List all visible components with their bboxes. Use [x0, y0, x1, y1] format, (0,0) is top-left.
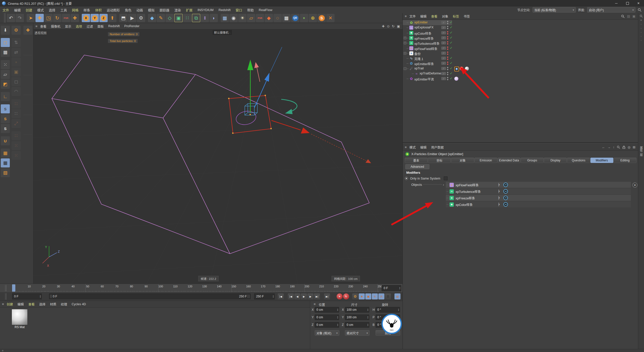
hierarchy-icon[interactable]: ╞	[498, 183, 503, 187]
coord-input-1-0[interactable]: 100 cm▴▾	[345, 307, 369, 313]
hierarchy-icon[interactable]: ╞	[498, 196, 503, 200]
hierarchy-icon[interactable]: ╞	[498, 190, 503, 193]
material-menu-item-1[interactable]: 编辑	[15, 301, 26, 307]
render-visibility-dot[interactable]	[447, 49, 448, 50]
scale-key-toggle[interactable]: ▣	[365, 293, 371, 299]
object-row-xpColor样条[interactable]: ✺xpColor样条∕✓	[403, 30, 638, 35]
enabled-check-icon[interactable]: ✓	[450, 61, 453, 65]
modifier-name[interactable]: xpTurbulence样条	[456, 189, 498, 194]
motion-system-button[interactable]: ▤	[394, 293, 400, 299]
position-mode-dropdown[interactable]: 对象 (相对)▾	[315, 330, 339, 336]
ruler-grip[interactable]	[5, 285, 7, 291]
emitter-object[interactable]	[228, 95, 272, 134]
render-visibility-dot[interactable]	[447, 28, 448, 29]
add-primitive-menu[interactable]: ◆	[148, 14, 156, 22]
z-axis-lock[interactable]: Z	[99, 14, 108, 22]
menu-item-17[interactable]: Redshift	[216, 7, 233, 13]
om-menu-item-5[interactable]: 书签	[461, 13, 472, 19]
new-panel-icon[interactable]: ⊞	[633, 145, 635, 149]
material-name[interactable]: RS Mat	[10, 325, 30, 329]
modifier-name[interactable]: xpFreeze样条	[456, 196, 498, 200]
axis-gizmo-z[interactable]	[254, 47, 282, 108]
coord-input-1-1[interactable]: 100 cm▴▾	[345, 315, 369, 320]
prev-frame-button[interactable]: ◀	[294, 293, 300, 299]
camera-label[interactable]: 默认摄像机 ∴	[213, 30, 232, 35]
viewport-menu-item-5[interactable]: 面板	[95, 23, 106, 29]
object-row-xpFreeze样条[interactable]: +❄xpFreeze样条∕✓	[403, 35, 638, 40]
stepper-icon[interactable]: ▴▾	[367, 323, 369, 326]
menu-item-5[interactable]: 工具	[58, 7, 69, 13]
history-back-icon[interactable]: ←	[602, 145, 605, 149]
enabled-check-icon[interactable]: ✓	[450, 66, 453, 70]
editor-visibility-dot[interactable]	[447, 26, 448, 27]
search-icon[interactable]	[617, 146, 620, 149]
viewport-menu-item-2[interactable]: 显示	[63, 23, 73, 29]
object-row-xpTurbulence样条[interactable]: +♒xpTurbulence样条∕✓	[403, 40, 638, 46]
current-frame-field[interactable]: 0 F ▴▾	[12, 293, 42, 299]
live-selection-tool[interactable]: ➤	[27, 14, 35, 22]
dot-grid-c[interactable]: ∷	[12, 131, 21, 140]
add-floor-menu[interactable]: ▦	[221, 14, 229, 22]
axis-mode[interactable]: ∟	[1, 92, 10, 101]
tab-坐标[interactable]: 坐标	[428, 158, 451, 163]
prev-key-button[interactable]: |◀	[288, 293, 294, 299]
panel-splitter[interactable]	[403, 142, 638, 143]
coordinate-system[interactable]: ⬆	[108, 14, 116, 22]
object-row-xpEmitter平流[interactable]: ✿xpEmitter平流∕✓	[403, 76, 638, 81]
layer-toggle-icon[interactable]: ∕	[441, 47, 446, 50]
simulation-mode-b[interactable]: S	[1, 114, 10, 123]
view-label[interactable]: 透视视图	[34, 31, 47, 35]
hamburger-icon[interactable]: ≡	[2, 349, 4, 352]
add-symmetry-menu[interactable]: ‖	[201, 14, 209, 22]
jawset-plugin[interactable]: B	[300, 14, 308, 22]
workplane-lock[interactable]: ▦	[1, 158, 10, 167]
object-row-xpTrail[interactable]: −☄xpTrail∕✓	[403, 66, 638, 71]
tab-questions[interactable]: Questions	[567, 158, 590, 163]
menu-item-4[interactable]: 选择	[46, 7, 58, 13]
stepper-icon[interactable]: ▴▾	[273, 295, 274, 298]
menu-item-10[interactable]: 角色	[122, 7, 134, 13]
gear-cursor-tool[interactable]: ⚙	[12, 26, 21, 35]
hamburger-icon[interactable]: ≡	[405, 14, 407, 18]
editor-visibility-dot[interactable]	[447, 72, 448, 73]
point-mode[interactable]: ⁙	[1, 60, 10, 69]
render-visibility-dot[interactable]	[447, 33, 448, 34]
modifier-row-1[interactable]: ♒xpTurbulence样条╞	[446, 188, 631, 194]
expand-icon[interactable]: +	[404, 52, 406, 55]
object-name[interactable]: xpExplosiaFX	[414, 26, 433, 29]
render-visibility-dot[interactable]	[447, 79, 448, 80]
menu-item-16[interactable]: INSYDIUM	[195, 7, 216, 13]
dot-grid-a[interactable]: ∷	[12, 99, 21, 108]
viewport-menu-item-1[interactable]: 摄像机	[49, 23, 63, 29]
editor-visibility-dot[interactable]	[447, 47, 448, 48]
enabled-check-icon[interactable]: ✓	[450, 56, 453, 60]
collapse-icon[interactable]: −	[404, 67, 406, 70]
stepper-icon[interactable]: ▴▾	[367, 308, 369, 311]
object-name[interactable]: xpEmitter	[414, 21, 428, 24]
render-visibility-dot[interactable]	[447, 74, 448, 75]
remove-modifier-button[interactable]	[503, 202, 508, 207]
undo-button[interactable]: ↶	[7, 14, 15, 22]
y-axis-lock[interactable]: Y	[91, 14, 99, 22]
minimize-button[interactable]	[611, 0, 622, 7]
tab-attributes[interactable]: 属性	[639, 146, 643, 152]
add-grid-array[interactable]: ▦	[282, 14, 291, 22]
maximize-button[interactable]	[622, 0, 633, 7]
object-row-xpEmitter[interactable]: ✿xpEmitter∕✓	[403, 20, 638, 25]
viewport-menu-item-3[interactable]: 选项	[73, 23, 84, 29]
stepper-icon[interactable]: ▴▾	[337, 323, 339, 326]
tab-advanced[interactable]: Advanced	[405, 164, 429, 169]
parameter-key-toggle[interactable]: Ⓟ	[378, 293, 384, 299]
menu-item-0[interactable]: 文件	[0, 7, 12, 13]
am-menu-item-0[interactable]: 模式	[407, 144, 418, 150]
parent-icon[interactable]: ↑	[613, 145, 615, 149]
enabled-check-icon[interactable]: ✓	[450, 46, 453, 50]
enabled-check-icon[interactable]: ✓	[450, 71, 453, 75]
editor-visibility-dot[interactable]	[447, 41, 448, 42]
am-menu-item-2[interactable]: 用户数据	[429, 144, 446, 150]
snap-settings[interactable]: U	[1, 136, 10, 145]
add-subdivision-menu[interactable]: ◇	[166, 14, 174, 22]
object-name[interactable]: 备份	[414, 51, 421, 56]
transport-grip[interactable]	[5, 293, 7, 300]
history-forward-icon[interactable]: →	[607, 145, 611, 149]
